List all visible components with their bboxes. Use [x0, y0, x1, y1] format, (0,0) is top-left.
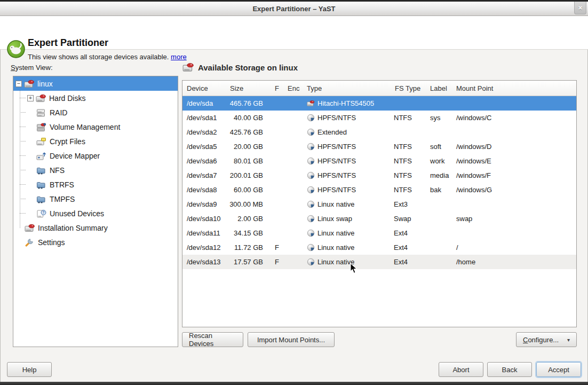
cell-device: /dev/sda13	[182, 258, 228, 266]
cell-fs-type: Ext4	[391, 243, 426, 252]
rescan-devices-button[interactable]: Rescan Devices	[182, 332, 243, 347]
type-text: Linux native	[317, 200, 354, 208]
close-button[interactable]: ×	[574, 2, 586, 14]
expander-icon[interactable]	[27, 138, 35, 145]
table-row[interactable]: /dev/sda12 11.72 GB F Linux native Ext4 …	[182, 240, 576, 255]
system-view-label: System View:	[11, 64, 53, 72]
partition-type-icon	[307, 200, 315, 208]
cell-type: HPFS/NTFS	[303, 143, 391, 151]
back-button[interactable]: Back	[487, 362, 532, 377]
tree-guide-stub	[20, 199, 26, 199]
partition-type-icon	[307, 157, 315, 165]
cell-fs-type: NTFS	[391, 186, 426, 194]
import-mount-points-button[interactable]: Import Mount Points...	[248, 332, 335, 347]
cell-type: Linux native	[303, 258, 391, 266]
tree-item-icon	[36, 108, 47, 117]
partition-type-icon	[307, 114, 315, 122]
cell-label: bak	[426, 186, 452, 194]
sidebar-tree-item[interactable]: Settings	[13, 235, 178, 249]
cell-fs-type: Ext4	[391, 258, 426, 266]
cell-fs-type: Swap	[391, 215, 426, 223]
storage-table[interactable]: Device Size F Enc Type FS Type Label Mou…	[182, 80, 577, 327]
sidebar-tree-item[interactable]: TMPFS	[13, 192, 178, 206]
cell-fs-type: Ext4	[391, 229, 426, 237]
system-view-tree[interactable]: − linux + Hard Disks RAID Volume Managem…	[13, 76, 178, 347]
expander-icon[interactable]	[27, 123, 35, 130]
table-row[interactable]: /dev/sda10 2.00 GB Linux swap Swap swap	[182, 211, 576, 226]
table-header-row: Device Size F Enc Type FS Type Label Mou…	[182, 81, 576, 96]
expander-icon[interactable]	[27, 195, 35, 202]
table-row[interactable]: /dev/sda1 40.00 GB HPFS/NTFS NTFS sys /w…	[182, 111, 576, 125]
partition-type-icon	[307, 128, 315, 136]
cell-fs-type: NTFS	[391, 171, 426, 179]
cell-size: 200.01 GB	[228, 171, 271, 179]
type-text: HPFS/NTFS	[317, 171, 356, 179]
table-row[interactable]: /dev/sda6 80.01 GB HPFS/NTFS NTFS work /…	[182, 154, 576, 168]
cell-fs-type: Ext3	[391, 200, 426, 208]
expander-icon[interactable]: −	[15, 81, 22, 87]
expander-icon[interactable]	[15, 224, 23, 231]
tree-guide-stub	[20, 170, 26, 170]
tree-item-label: Installation Summary	[38, 224, 108, 232]
sidebar-tree-item[interactable]: Device Mapper	[13, 148, 178, 163]
titlebar[interactable]: Expert Partitioner – YaST	[0, 2, 588, 16]
cell-size: 60.00 GB	[228, 186, 271, 194]
tree-guide-stub	[20, 213, 26, 214]
sidebar-tree-item[interactable]: Volume Management	[13, 120, 178, 134]
table-row[interactable]: /dev/sda11 34.15 GB Linux native Ext4	[182, 226, 576, 240]
cell-format-flag: F	[271, 243, 283, 252]
table-row[interactable]: /dev/sda2 425.76 GB Extended	[182, 125, 576, 139]
sidebar-tree-item[interactable]: RAID	[13, 105, 178, 120]
expander-icon[interactable]	[27, 167, 35, 174]
configure-button[interactable]: Configure... ▾	[516, 332, 577, 347]
table-row[interactable]: /dev/sda8 60.00 GB HPFS/NTFS NTFS bak /w…	[182, 183, 576, 197]
sidebar-tree-item[interactable]: − linux	[13, 76, 178, 91]
expander-icon[interactable]	[27, 109, 35, 116]
expander-icon[interactable]: +	[27, 95, 34, 101]
cell-size: 34.15 GB	[228, 229, 271, 237]
table-row[interactable]: /dev/sda9 300.00 MB Linux native Ext3	[182, 197, 576, 211]
table-row[interactable]: /dev/sda5 20.00 GB HPFS/NTFS NTFS soft /…	[182, 139, 576, 154]
cell-mount-point: /windows/E	[452, 157, 576, 165]
accept-button[interactable]: Accept	[536, 362, 581, 377]
cell-device: /dev/sda7	[182, 171, 228, 179]
cell-device: /dev/sda5	[182, 143, 228, 151]
expander-icon[interactable]	[27, 210, 35, 217]
window-bottom-edge	[0, 382, 588, 385]
sidebar-tree-item[interactable]: Unused Devices	[13, 206, 178, 221]
sidebar-tree-item[interactable]: BTRFS	[13, 177, 178, 192]
type-text: Linux native	[317, 258, 354, 266]
sidebar-tree-item[interactable]: + Hard Disks	[13, 91, 178, 105]
table-row[interactable]: /dev/sda 465.76 GB Hitachi-HTS54505	[182, 96, 576, 111]
cell-label: media	[426, 171, 452, 179]
cell-size: 300.00 MB	[228, 200, 271, 208]
cell-type: HPFS/NTFS	[303, 114, 391, 122]
tree-guide-stub	[20, 112, 26, 113]
table-row[interactable]: /dev/sda13 17.57 GB F Linux native Ext4 …	[182, 255, 576, 269]
cell-type: Linux native	[303, 229, 391, 237]
cell-device: /dev/sda12	[182, 243, 228, 252]
sidebar-tree-item[interactable]: Crypt Files	[13, 134, 178, 148]
sidebar-tree-item[interactable]: Installation Summary	[13, 221, 178, 235]
help-button[interactable]: Help	[7, 362, 52, 377]
type-text: HPFS/NTFS	[317, 186, 356, 194]
cell-device: /dev/sda1	[182, 114, 228, 122]
expander-icon[interactable]	[27, 181, 35, 188]
abort-button[interactable]: Abort	[439, 362, 483, 377]
cell-device: /dev/sda11	[182, 229, 228, 237]
expander-icon[interactable]	[15, 239, 23, 246]
expander-icon[interactable]	[27, 152, 35, 159]
cell-size: 425.76 GB	[228, 128, 271, 136]
tree-guide-stub	[20, 184, 26, 185]
tree-item-icon	[36, 94, 46, 103]
tree-item-label: RAID	[50, 108, 67, 117]
tree-item-icon	[24, 80, 35, 88]
sidebar-tree-item[interactable]: NFS	[13, 163, 178, 177]
cell-type: Linux swap	[303, 215, 391, 223]
table-row[interactable]: /dev/sda7 200.01 GB HPFS/NTFS NTFS media…	[182, 168, 576, 183]
more-link[interactable]: more	[171, 53, 187, 61]
tree-item-label: Settings	[38, 238, 65, 247]
type-text: HPFS/NTFS	[317, 114, 356, 122]
cell-mount-point: /windows/G	[452, 186, 576, 194]
cell-device: /dev/sda9	[182, 200, 228, 208]
